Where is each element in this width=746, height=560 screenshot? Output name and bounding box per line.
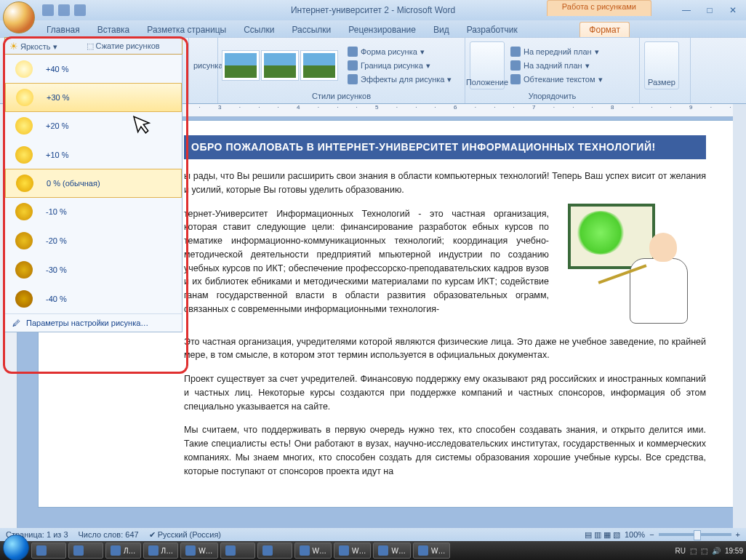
sun-icon — [15, 146, 33, 164]
picture-border[interactable]: Граница рисунка ▾ — [345, 59, 454, 72]
brightness-button[interactable]: ☀ Яркость ▾ — [9, 41, 57, 52]
tab-insert[interactable]: Вставка — [89, 23, 139, 37]
sun-icon — [15, 261, 33, 279]
picture-shape[interactable]: Форма рисунка ▾ — [345, 45, 454, 58]
tab-developer[interactable]: Разработчик — [458, 23, 526, 37]
picture-style-thumb[interactable] — [222, 51, 259, 80]
sun-icon: ☀ — [9, 41, 18, 52]
ribbon-tabs: Главная Вставка Разметка страницы Ссылки… — [0, 20, 746, 37]
redo-icon[interactable] — [74, 4, 86, 16]
window-controls: — □ ✕ — [678, 4, 742, 16]
brightness-item[interactable]: -40 % — [5, 284, 182, 313]
taskbar-item[interactable]: W… — [373, 543, 410, 559]
vertical-scrollbar[interactable] — [733, 104, 746, 528]
selected-picture[interactable] — [561, 200, 706, 331]
taskbar-item[interactable]: Л… — [105, 543, 141, 559]
text-wrapping[interactable]: Обтекание текстом ▾ — [508, 73, 606, 86]
tray-language[interactable]: RU — [675, 547, 686, 555]
status-bar: Страница: 1 из 3 Число слов: 647 ✔ Русск… — [0, 528, 746, 541]
options-icon: 🖉 — [12, 319, 20, 327]
status-language[interactable]: ✔ Русский (Россия) — [149, 530, 221, 540]
zoom-out[interactable]: − — [649, 530, 654, 539]
brightness-item[interactable]: +10 % — [5, 140, 182, 169]
tray-clock[interactable]: 19:59 — [725, 547, 743, 555]
taskbar-item[interactable]: W… — [294, 543, 332, 559]
minimize-icon[interactable]: — — [678, 4, 695, 16]
brightness-item[interactable]: -20 % — [5, 226, 182, 255]
taskbar: Л… Л… W… W… W… W… W… RU ⬚ ⬚ 🔊 19:59 — [0, 541, 746, 560]
brightness-dropdown: ☀ Яркость ▾ ⬚ Сжатие рисунков +40 % +30 … — [4, 37, 183, 332]
start-button[interactable] — [3, 535, 29, 560]
tray-icon[interactable]: ⬚ — [690, 547, 697, 555]
sun-icon — [15, 232, 33, 249]
picture-effects[interactable]: Эффекты для рисунка ▾ — [345, 73, 454, 86]
size-button[interactable]: Размер — [644, 41, 679, 89]
brightness-item[interactable]: +20 % — [5, 111, 182, 140]
taskbar-item[interactable] — [257, 543, 292, 559]
brightness-item[interactable]: +40 % — [5, 55, 182, 84]
taskbar-item[interactable] — [220, 543, 255, 559]
send-to-back[interactable]: На задний план ▾ — [508, 59, 606, 72]
shape-icon — [348, 47, 358, 57]
wrap-icon — [510, 74, 521, 84]
taskbar-item[interactable] — [31, 543, 66, 559]
sun-icon — [15, 117, 33, 135]
tab-mailings[interactable]: Рассылки — [283, 23, 340, 37]
undo-icon[interactable] — [58, 4, 70, 16]
office-button[interactable] — [3, 1, 35, 33]
compress-pictures[interactable]: ⬚ Сжатие рисунков — [87, 41, 160, 51]
tab-view[interactable]: Вид — [425, 23, 458, 37]
zoom-level[interactable]: 100% — [625, 530, 645, 539]
tray-icon[interactable]: ⬚ — [701, 547, 707, 555]
status-word-count[interactable]: Число слов: 647 — [79, 530, 139, 539]
position-button[interactable]: Положение — [470, 41, 505, 89]
doc-paragraph: Это частная организация, учредителями ко… — [184, 335, 706, 363]
brightness-item[interactable]: -30 % — [5, 255, 182, 284]
back-icon — [510, 60, 521, 71]
zoom-in[interactable]: + — [736, 530, 740, 539]
window-title: Интернет-университет 2 - Microsoft Word — [291, 5, 455, 15]
picture-style-thumb[interactable] — [301, 51, 337, 80]
tab-home[interactable]: Главная — [38, 23, 89, 37]
doc-paragraph: ы рады, что Вы решили расширить свои зна… — [184, 169, 706, 197]
doc-paragraph: Проект существует за счет учредителей. Ф… — [184, 372, 706, 413]
group-picture-styles: Стили рисунков — [222, 92, 460, 102]
system-tray: RU ⬚ ⬚ 🔊 19:59 — [675, 547, 743, 555]
zoom-controls: ▤ ▥ ▦ ▧ 100% − + — [585, 530, 740, 540]
brightness-item[interactable]: +30 % — [5, 83, 182, 112]
tab-page-layout[interactable]: Разметка страницы — [138, 23, 235, 37]
brightness-item-default[interactable]: 0 % (обычная) — [5, 169, 182, 198]
tab-references[interactable]: Ссылки — [235, 23, 283, 37]
sun-icon — [15, 203, 33, 220]
close-icon[interactable]: ✕ — [724, 4, 742, 16]
view-buttons[interactable]: ▤ ▥ ▦ ▧ — [585, 530, 620, 540]
sun-icon — [16, 89, 33, 106]
tray-volume-icon[interactable]: 🔊 — [712, 547, 721, 555]
picture-corrections-options[interactable]: 🖉Параметры настройки рисунка… — [5, 313, 182, 332]
effects-icon — [348, 74, 358, 84]
taskbar-item[interactable]: W… — [413, 543, 450, 559]
save-icon[interactable] — [42, 4, 54, 16]
group-arrange: Упорядочить — [470, 92, 635, 102]
picture-tools-label: Работа с рисунками — [547, 0, 651, 16]
doc-paragraph: Мы считаем, что поддерживать в первую оч… — [184, 423, 706, 478]
bring-to-front[interactable]: На передний план ▾ — [508, 45, 606, 58]
taskbar-item[interactable] — [68, 543, 103, 559]
sun-icon — [15, 290, 33, 308]
brightness-header: ☀ Яркость ▾ ⬚ Сжатие рисунков — [4, 37, 183, 55]
front-icon — [510, 47, 521, 57]
zoom-slider[interactable] — [659, 533, 731, 536]
doc-heading: ОБРО ПОЖАЛОВАТЬ В ИНТЕРНЕТ-УНИВЕРСИТЕТ И… — [184, 135, 706, 159]
taskbar-item[interactable]: Л… — [143, 543, 179, 559]
taskbar-item[interactable]: W… — [334, 543, 371, 559]
quick-access-toolbar — [42, 4, 86, 16]
taskbar-item[interactable]: W… — [180, 543, 217, 559]
title-bar: Интернет-университет 2 - Microsoft Word … — [0, 0, 746, 20]
tab-format[interactable]: Формат — [579, 22, 630, 37]
border-icon — [348, 60, 358, 71]
tab-review[interactable]: Рецензирование — [340, 23, 425, 37]
brightness-item[interactable]: -10 % — [5, 197, 182, 226]
picture-style-thumb[interactable] — [262, 51, 298, 80]
maximize-icon[interactable]: □ — [701, 4, 718, 16]
sun-icon — [15, 60, 33, 78]
